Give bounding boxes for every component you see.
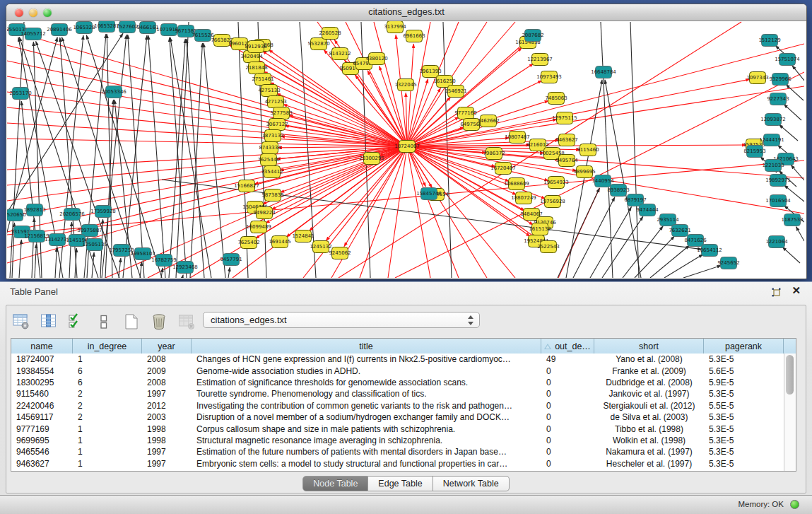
graph-node[interactable]: 7462662 xyxy=(477,115,499,127)
graph-node[interactable]: 8143212 xyxy=(329,48,351,60)
graph-node[interactable]: 2053170 xyxy=(9,88,31,100)
show-columns-icon[interactable] xyxy=(40,313,58,331)
graph-node[interactable]: 16648784 xyxy=(591,66,616,78)
graph-node[interactable]: 8912936 xyxy=(245,41,267,53)
graph-node[interactable]: 17016504 xyxy=(765,195,791,207)
graph-node[interactable]: 1615132 xyxy=(529,223,551,235)
column-header-title[interactable]: title xyxy=(192,339,541,354)
graph-node[interactable]: 19756928 xyxy=(540,196,565,208)
table-mode-icon[interactable] xyxy=(12,313,30,331)
graph-node[interactable]: 9474444 xyxy=(636,204,659,216)
tab-network-table[interactable]: Network Table xyxy=(433,476,510,491)
graph-node[interactable]: 5277583 xyxy=(270,107,292,119)
graph-node[interactable]: 15751074 xyxy=(775,54,800,66)
graph-node[interactable]: 9115460 xyxy=(577,144,599,156)
graph-node[interactable]: 2751461 xyxy=(252,74,273,86)
table-row[interactable]: 1872400712008Changes of HCN gene express… xyxy=(11,354,784,365)
graph-node[interactable]: 1892813 xyxy=(23,204,45,216)
graph-node[interactable]: 19892971 xyxy=(765,175,791,187)
graph-node[interactable]: 8743334 xyxy=(259,142,281,154)
graph-node[interactable]: 1187533 xyxy=(781,214,803,226)
graph-node[interactable]: 9457791 xyxy=(220,254,242,266)
table-selector-dropdown[interactable]: citations_edges.txt xyxy=(203,312,480,328)
table-row[interactable]: 977716911998Corpus callosum shape and si… xyxy=(11,423,784,434)
graph-node[interactable]: 8938923 xyxy=(607,185,629,197)
graph-node[interactable]: 20206576 xyxy=(59,209,85,221)
graph-node[interactable]: 8215953 xyxy=(743,146,765,158)
select-all-columns-icon[interactable] xyxy=(67,313,86,331)
graph-node[interactable]: 5873835 xyxy=(261,189,283,201)
column-header-out_de[interactable]: out_de… xyxy=(541,339,594,354)
tab-edge-table[interactable]: Edge Table xyxy=(368,476,433,491)
graph-node[interactable]: 1527602 xyxy=(116,21,138,33)
table-row[interactable]: 969969511998Structural magnetic resonanc… xyxy=(11,435,784,446)
graph-node[interactable]: 9245062 xyxy=(329,247,351,259)
graph-node[interactable]: 9495764 xyxy=(555,155,578,167)
table-scrollbar[interactable] xyxy=(784,354,796,471)
graph-node[interactable]: 4380120 xyxy=(365,53,387,65)
column-header-in_degree[interactable]: in_degree xyxy=(73,339,142,354)
graph-node[interactable]: 12093872 xyxy=(760,114,786,126)
graph-node[interactable]: 19654923 xyxy=(543,177,569,189)
graph-node[interactable]: 2260528 xyxy=(319,28,341,40)
column-header-short[interactable]: short xyxy=(594,339,704,354)
graph-node[interactable]: 2181848 xyxy=(245,62,267,74)
delete-columns-icon[interactable] xyxy=(150,313,168,331)
graph-node[interactable]: 9777169 xyxy=(454,107,476,119)
table-row[interactable]: 1938455462009Genome-wide association stu… xyxy=(11,365,784,376)
graph-node[interactable]: 7625440 xyxy=(257,154,279,166)
table-row[interactable]: 2242004622012Investigating the contribut… xyxy=(11,400,784,411)
graph-node[interactable]: 2935114 xyxy=(657,214,679,226)
graph-node[interactable]: 15166827 xyxy=(234,180,259,192)
graph-node[interactable]: 4271253 xyxy=(264,96,286,108)
graph-node[interactable]: 9245652 xyxy=(717,257,739,269)
graph-node[interactable]: 12213967 xyxy=(527,54,553,66)
graph-node[interactable]: 9466161 xyxy=(136,22,158,34)
table-row[interactable]: 946554611997Estimation of the future num… xyxy=(11,446,784,457)
graph-node[interactable]: 5532870 xyxy=(307,38,329,50)
table-row[interactable]: 1456911722003Disruption of a novel membe… xyxy=(11,411,784,423)
graph-node[interactable]: 7354412 xyxy=(261,166,283,178)
graph-node[interactable]: 7632621 xyxy=(669,225,690,237)
table-row[interactable]: 1830029562008Estimation of significance … xyxy=(11,377,784,388)
graph-node[interactable]: 20891406 xyxy=(47,24,72,36)
table-row[interactable]: 911546021997Tourette syndrome. Phenomeno… xyxy=(11,388,784,399)
graph-node[interactable]: 9227343 xyxy=(767,93,789,105)
graph-node[interactable]: 9329966 xyxy=(769,74,792,86)
column-header-year[interactable]: year xyxy=(142,339,192,354)
graph-node[interactable]: 1873133 xyxy=(261,130,283,142)
table-row[interactable]: 946362711997Embryonic stem cells: a mode… xyxy=(11,458,784,469)
network-graph[interactable]: 1872400722408683420494218184827514614275… xyxy=(7,21,804,278)
delete-table-icon[interactable] xyxy=(177,313,196,331)
tab-node-table[interactable]: Node Table xyxy=(302,476,368,491)
float-panel-icon[interactable] xyxy=(772,287,781,296)
graph-node[interactable]: 1512129 xyxy=(758,35,780,47)
graph-node[interactable]: 4275133 xyxy=(258,85,280,97)
graph-node[interactable]: 7615526 xyxy=(192,30,214,42)
graph-node[interactable]: 1097343 xyxy=(746,72,768,84)
graph-node[interactable]: 9463627 xyxy=(555,134,577,146)
create-new-column-icon[interactable] xyxy=(122,313,141,331)
unselect-all-columns-icon[interactable] xyxy=(95,313,113,331)
graph-node[interactable]: 9498224 xyxy=(253,207,276,219)
graph-node[interactable]: 9899695 xyxy=(573,166,595,178)
graph-node[interactable]: 6961663 xyxy=(403,30,425,42)
scrollbar-thumb[interactable] xyxy=(786,355,794,395)
graph-node[interactable]: 1691445 xyxy=(269,236,290,248)
graph-node[interactable]: 1322045 xyxy=(394,79,416,91)
column-header-name[interactable]: name xyxy=(11,339,73,354)
graph-node[interactable]: 7625402 xyxy=(237,237,259,249)
graph-node[interactable]: 1221064 xyxy=(765,236,788,248)
graph-node[interactable]: 1524841 xyxy=(292,230,314,243)
close-panel-icon[interactable]: ✕ xyxy=(792,285,801,296)
graph-node[interactable]: 3137994 xyxy=(384,21,406,33)
network-canvas[interactable]: 1872400722408683420494218184827514614275… xyxy=(7,21,804,278)
window-titlebar[interactable]: citations_edges.txt xyxy=(6,4,806,21)
graph-node[interactable]: 1221033 xyxy=(762,160,784,172)
column-header-pagerank[interactable]: pagerank xyxy=(704,339,784,354)
graph-node[interactable]: 2522543 xyxy=(537,241,559,253)
graph-node[interactable]: 1546921 xyxy=(445,86,466,98)
graph-node[interactable]: 1065328 xyxy=(73,22,95,34)
graph-node[interactable]: 2087682 xyxy=(522,30,543,42)
graph-node[interactable]: 3067127 xyxy=(266,119,288,131)
